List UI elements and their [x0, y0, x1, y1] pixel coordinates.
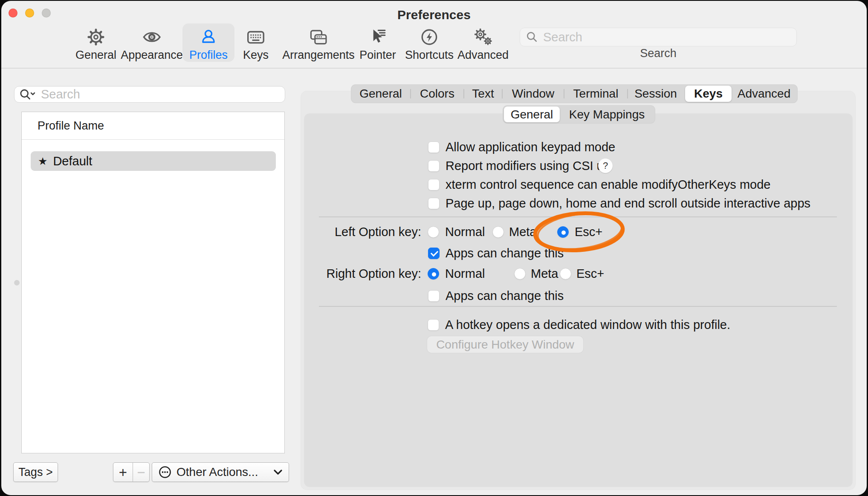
toolbar-label: Pointer: [359, 49, 396, 62]
left-option-meta-radio[interactable]: [492, 226, 504, 238]
tab-general[interactable]: General: [351, 84, 411, 103]
right-apps-change-checkbox[interactable]: [428, 290, 440, 302]
remove-profile-button[interactable]: −: [133, 463, 149, 482]
section-divider: [319, 216, 837, 217]
radio-label: Meta: [509, 225, 536, 239]
checkbox-label: A hotkey opens a dedicated window with t…: [445, 318, 730, 332]
chevron-down-icon: [273, 469, 283, 475]
checkbox-label: Report modifiers using CSI u: [446, 159, 604, 173]
tab-terminal[interactable]: Terminal: [564, 84, 628, 103]
modifyotherkeys-checkbox[interactable]: [428, 179, 440, 190]
checkbox-label: Apps can change this: [446, 246, 564, 260]
toolbar-search-placeholder: Search: [543, 30, 582, 44]
radio-label: Normal: [445, 225, 485, 239]
add-profile-button[interactable]: +: [113, 463, 133, 482]
right-option-label: Right Option key:: [301, 267, 421, 281]
help-button[interactable]: ?: [598, 159, 613, 173]
profile-list-header: Profile Name: [22, 112, 284, 140]
search-menu-icon: [19, 88, 38, 101]
radio-label: Normal: [445, 267, 485, 281]
keys-subtab-bar: General Key Mappings: [503, 105, 655, 124]
toolbar-item-profiles[interactable]: Profiles: [182, 23, 234, 62]
checkbox-label: Page up, page down, home and end scroll …: [446, 196, 810, 211]
toolbar-label: Appearance: [121, 49, 183, 62]
screen: Preferences General App: [0, 0, 868, 496]
tab-advanced[interactable]: Advanced: [733, 84, 795, 103]
left-apps-row: Apps can change this: [428, 246, 564, 260]
right-option-row: Right Option key: Normal Meta Esc+: [301, 267, 851, 281]
allow-keypad-checkbox[interactable]: [428, 141, 440, 153]
bolt-circle-icon: [420, 26, 439, 48]
checkbox-row-csiu: Report modifiers using CSI u: [428, 159, 604, 173]
page-scroll-checkbox[interactable]: [428, 198, 440, 209]
windows-icon: [308, 26, 329, 48]
toolbar-item-appearance[interactable]: Appearance: [114, 23, 190, 62]
subtab-key-mappings[interactable]: Key Mappings: [561, 105, 653, 124]
tags-button[interactable]: Tags >: [13, 462, 58, 482]
gear-icon: [86, 26, 106, 48]
left-option-row: Left Option key: Normal Meta Esc+: [301, 225, 851, 239]
left-apps-change-checkbox[interactable]: [428, 248, 440, 259]
minus-icon: −: [137, 465, 145, 479]
radio-label: Esc+: [576, 267, 604, 281]
gears-icon: [473, 26, 493, 48]
right-apps-row: Apps can change this: [428, 288, 564, 303]
tab-keys[interactable]: Keys: [685, 86, 732, 102]
toolbar-label: Arrangements: [282, 49, 355, 62]
divider-handle-dot: [14, 280, 20, 285]
profile-tab-bar: General Colors Text Window Terminal Sess…: [351, 84, 798, 103]
add-remove-group: + −: [113, 462, 150, 482]
left-option-normal-radio[interactable]: [428, 226, 439, 238]
eye-icon: [142, 26, 162, 48]
keyboard-icon: [246, 26, 266, 48]
toolbar-search-caption: Search: [520, 47, 797, 60]
toolbar-item-arrangements[interactable]: Arrangements: [275, 23, 362, 62]
toolbar-label: General: [75, 49, 116, 62]
radio-label: Meta: [531, 267, 558, 281]
checkbox-row-modifyotherkeys: xterm control sequence can enable modify…: [428, 177, 770, 192]
person-icon: [199, 26, 218, 48]
toolbar-divider: [1, 68, 867, 69]
left-option-esc-radio[interactable]: [557, 226, 569, 238]
tab-text[interactable]: Text: [464, 84, 502, 103]
configure-hotkey-label: Configure Hotkey Window: [436, 338, 574, 352]
checkbox-row-pageup: Page up, page down, home and end scroll …: [428, 196, 810, 211]
plus-icon: +: [119, 465, 127, 479]
tab-session[interactable]: Session: [628, 84, 684, 103]
toolbar-item-keys[interactable]: Keys: [236, 23, 275, 62]
hotkey-window-checkbox[interactable]: [428, 319, 439, 331]
section-divider: [319, 306, 837, 307]
search-icon: [525, 30, 539, 44]
toolbar-item-advanced[interactable]: Advanced: [451, 23, 515, 62]
profile-search-input[interactable]: Search: [14, 86, 285, 103]
subtab-general[interactable]: General: [504, 107, 560, 122]
profile-list: Profile Name ★ Default: [21, 112, 285, 453]
tab-window[interactable]: Window: [502, 84, 564, 103]
right-option-meta-radio[interactable]: [514, 268, 526, 280]
other-actions-label: Other Actions...: [176, 465, 258, 479]
toolbar-label: Shortcuts: [405, 49, 454, 62]
other-actions-dropdown[interactable]: Other Actions...: [152, 462, 289, 482]
profile-row-default[interactable]: ★ Default: [31, 151, 276, 171]
profile-name: Default: [53, 154, 92, 168]
toolbar-item-pointer[interactable]: Pointer: [353, 23, 403, 62]
configure-hotkey-window-button[interactable]: Configure Hotkey Window: [427, 336, 583, 353]
checkbox-label: xterm control sequence can enable modify…: [446, 178, 770, 192]
radio-label: Esc+: [575, 225, 602, 239]
checkbox-label: Apps can change this: [446, 289, 564, 303]
toolbar-label: Profiles: [189, 49, 228, 62]
tags-button-label: Tags >: [18, 466, 52, 479]
left-option-label: Left Option key:: [301, 225, 421, 239]
tab-colors[interactable]: Colors: [411, 84, 464, 103]
profile-search-placeholder: Search: [41, 87, 80, 101]
right-option-normal-radio[interactable]: [428, 268, 439, 280]
window-title: Preferences: [1, 8, 867, 22]
checkbox-label: Allow application keypad mode: [446, 140, 615, 154]
csi-u-checkbox[interactable]: [428, 160, 440, 172]
toolbar-label: Keys: [243, 49, 269, 62]
toolbar-search-input[interactable]: Search: [520, 28, 797, 46]
right-option-esc-radio[interactable]: [560, 268, 571, 280]
checkbox-row-keypad: Allow application keypad mode: [428, 140, 615, 154]
ellipsis-circle-icon: [158, 465, 172, 479]
hotkey-row: A hotkey opens a dedicated window with t…: [428, 317, 730, 332]
